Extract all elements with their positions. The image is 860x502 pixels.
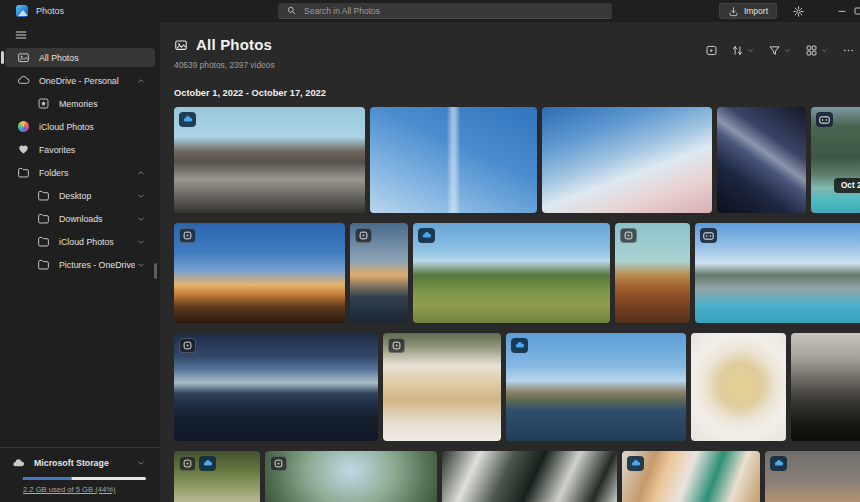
video-badge-icon	[816, 112, 833, 127]
slideshow-icon	[705, 44, 718, 57]
photo-tile-puppy-sitting-on-bed[interactable]	[383, 333, 501, 441]
sidebar-item-favorites[interactable]: Favorites	[5, 140, 155, 159]
photo-tile-dog-standing-on-street[interactable]	[765, 451, 860, 502]
sidebar-item-memories[interactable]: Memories	[5, 94, 155, 113]
photo-tile-night-sky-with-milky-way[interactable]	[717, 107, 806, 213]
photo-badge-icon	[620, 228, 637, 243]
photo-grid	[174, 107, 860, 502]
storage-row[interactable]: Microsoft Storage	[0, 456, 160, 470]
cloud-badge-icon	[199, 456, 216, 471]
chevron-down-icon	[746, 46, 755, 55]
app-title: Photos	[36, 6, 64, 16]
date-group-header: October 1, 2022 - October 17, 2022	[174, 88, 860, 98]
chevron-down-icon	[820, 46, 829, 55]
sidebar-item-label: Folders	[39, 168, 135, 178]
sidebar-item-label: Desktop	[59, 191, 135, 201]
chevron-down-icon	[135, 214, 147, 224]
folder-icon	[37, 189, 50, 202]
photo-tile-amusement-tower-with-birds-in-blue-sky[interactable]	[370, 107, 537, 213]
slideshow-button[interactable]	[702, 42, 721, 59]
sidebar-item-label: Pictures - OneDrive Personal	[59, 260, 135, 270]
sort-button[interactable]	[728, 42, 758, 59]
chevron-down-icon	[135, 191, 147, 201]
tile-badges	[418, 228, 435, 243]
sidebar-item-desktop[interactable]: Desktop	[5, 186, 155, 205]
photo-tile-red-dirt-road-under-teal-sky[interactable]	[615, 223, 690, 323]
library-counts: 40639 photos, 2397 videos	[174, 60, 860, 70]
photo-tile-forest-bridge-over-turquoise-lake[interactable]	[811, 107, 860, 213]
photo-tile-city-skyline-with-snowy-mountains[interactable]	[174, 107, 365, 213]
tile-badges	[700, 228, 717, 243]
storage-section: Microsoft Storage 2.2 GB used of 5 GB (4…	[0, 447, 160, 498]
photo-tile-sunset-reflection-on-water[interactable]	[350, 223, 408, 323]
gallery-toolbar	[702, 42, 858, 59]
import-button-label: Import	[744, 6, 768, 16]
hamburger-menu-button[interactable]	[10, 26, 32, 44]
cloud-filled-icon	[12, 457, 25, 470]
tile-badges	[620, 228, 637, 243]
tile-badges	[179, 112, 196, 127]
filter-button[interactable]	[765, 42, 795, 59]
cloud-badge-icon	[418, 228, 435, 243]
folder-icon	[37, 212, 50, 225]
folder-icon	[17, 166, 30, 179]
photo-tile-harbor-with-white-sails-at-dusk[interactable]	[174, 333, 378, 441]
sidebar-item-icloud-photos[interactable]: iCloud Photos	[5, 117, 155, 136]
folder-icon	[37, 235, 50, 248]
sort-icon	[731, 44, 744, 57]
view-button[interactable]	[802, 42, 832, 59]
photo-grid-row	[174, 333, 860, 441]
settings-button[interactable]	[789, 3, 807, 19]
photo-tile-forest-canopy-looking-up[interactable]	[265, 451, 437, 502]
tile-badges	[355, 228, 372, 243]
photo-grid-row	[174, 107, 860, 213]
import-icon	[728, 6, 739, 17]
photo-tile-airplane-wing-over-pink-clouds[interactable]	[542, 107, 712, 213]
page-title: All Photos	[196, 36, 272, 53]
photo-tile-coffee-latte-and-pie-on-marble[interactable]	[622, 451, 760, 502]
sidebar-item-icloud-photos[interactable]: iCloud Photos	[5, 232, 155, 251]
cloud-icon	[17, 74, 30, 87]
icloud-icon	[17, 121, 30, 132]
sidebar-item-label: All Photos	[39, 53, 151, 63]
more-button[interactable]	[839, 42, 858, 59]
sidebar-item-pictures-onedrive-personal[interactable]: Pictures - OneDrive Personal	[5, 255, 155, 274]
folder-icon	[37, 258, 50, 271]
sidebar-scrollbar-thumb[interactable]	[154, 263, 157, 279]
more-icon	[842, 44, 855, 57]
storage-usage-link[interactable]: 2.2 GB used of 5 GB (44%)	[23, 485, 146, 494]
search-placeholder-text: Search in All Photos	[304, 6, 380, 16]
search-input[interactable]: Search in All Photos	[278, 3, 612, 19]
photo-grid-row	[174, 451, 860, 502]
chevron-down-icon	[135, 260, 147, 270]
sidebar-item-label: iCloud Photos	[59, 237, 135, 247]
photo-tile-sunset-street-with-bare-trees[interactable]	[174, 223, 345, 323]
photo-tile-green-park-panorama-with-fence[interactable]	[413, 223, 610, 323]
photo-badge-icon	[179, 338, 196, 353]
sidebar-item-label: OneDrive - Personal	[39, 76, 135, 86]
sidebar-item-onedrive-personal[interactable]: OneDrive - Personal	[5, 71, 155, 90]
chevron-down-icon	[135, 237, 147, 247]
photo-tile-pasta-plate-with-herbs[interactable]	[691, 333, 786, 441]
sidebar-item-folders[interactable]: Folders	[5, 163, 155, 182]
tile-badges	[627, 456, 644, 471]
photo-tile-lake-with-cliffs-and-clouds[interactable]	[506, 333, 686, 441]
chevron-up-icon	[135, 76, 147, 86]
photo-tile-turquoise-mountain-lake-with-glacier[interactable]	[695, 223, 860, 323]
photos-app-icon	[16, 5, 28, 17]
photo-tile-ocean-waves-aerial-black-and-white[interactable]	[442, 451, 617, 502]
maximize-button[interactable]	[849, 3, 860, 19]
tile-badges	[770, 456, 787, 471]
photo-badge-icon	[179, 456, 196, 471]
photo-tile-house-plant-on-kitchen-counter[interactable]	[174, 451, 260, 502]
sidebar-item-label: Memories	[59, 99, 151, 109]
cloud-badge-icon	[627, 456, 644, 471]
all-photos-icon	[174, 38, 188, 52]
video-badge-icon	[700, 228, 717, 243]
sidebar-item-downloads[interactable]: Downloads	[5, 209, 155, 228]
photo-tile-storm-cloud-over-dark-landscape[interactable]	[791, 333, 860, 441]
photos-app-window: Photos Search in All Photos Import All P…	[0, 0, 860, 502]
import-button[interactable]: Import	[719, 3, 777, 19]
sidebar-item-all-photos[interactable]: All Photos	[5, 48, 155, 67]
photo-badge-icon	[179, 228, 196, 243]
